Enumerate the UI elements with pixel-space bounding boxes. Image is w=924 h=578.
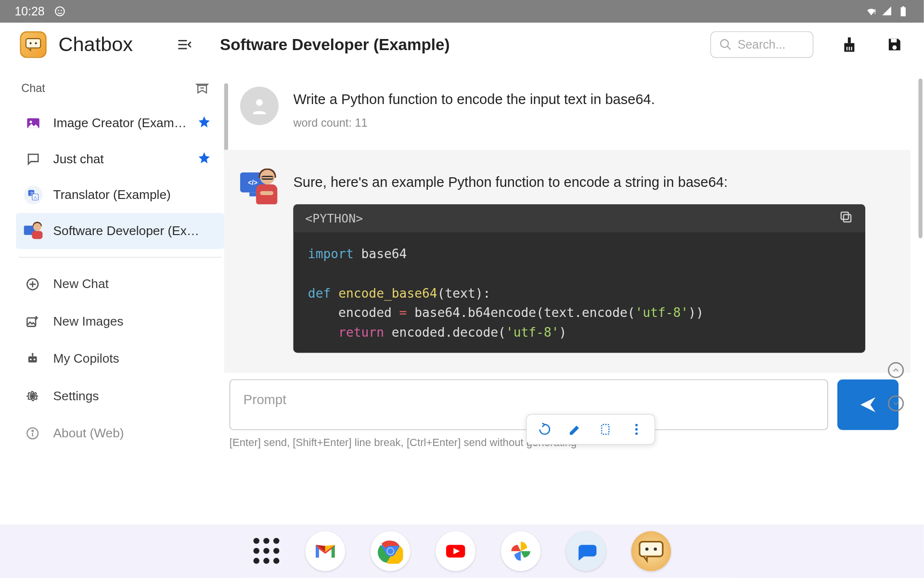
battery-icon <box>897 5 909 17</box>
svg-rect-18 <box>849 47 850 50</box>
gear-icon <box>24 389 41 403</box>
sidebar-menu-label: About (Web) <box>53 426 124 440</box>
main-scrollbar[interactable] <box>919 79 923 238</box>
sidebar-item-image-creator[interactable]: Image Creator (Exam… <box>16 105 224 141</box>
photos-app-icon[interactable] <box>500 531 540 571</box>
search-input[interactable]: Search... <box>710 31 813 58</box>
more-button[interactable] <box>621 415 652 444</box>
sidebar-about[interactable]: About (Web) <box>16 415 224 452</box>
sidebar-settings[interactable]: Settings <box>16 378 224 415</box>
sidebar-item-label: Image Creator (Exam… <box>53 116 187 130</box>
code-block: <PYTHON> import base64 def encode_base64… <box>293 204 865 353</box>
app-header: Chatbox Software Developer (Example) Sea… <box>0 23 924 66</box>
image-plus-icon <box>24 314 41 328</box>
sidebar-separator <box>19 257 222 257</box>
sidebar: Chat Image Creator (Exam… Just chat <box>0 66 224 525</box>
svg-rect-8 <box>26 39 40 48</box>
youtube-app-icon[interactable] <box>436 531 475 571</box>
svg-point-40 <box>31 394 35 398</box>
developer-icon <box>24 222 43 240</box>
svg-point-59 <box>654 548 657 551</box>
svg-rect-20 <box>891 39 897 42</box>
wifi-alert-icon <box>865 5 877 17</box>
prompt-placeholder: Prompt <box>244 392 286 407</box>
sidebar-menu-label: New Images <box>53 314 124 328</box>
star-icon[interactable] <box>197 115 211 131</box>
svg-rect-47 <box>602 424 609 434</box>
image-icon <box>24 116 43 130</box>
svg-point-10 <box>35 42 37 44</box>
sidebar-new-images[interactable]: New Images <box>16 303 224 340</box>
svg-rect-32 <box>27 318 36 327</box>
svg-rect-57 <box>639 542 662 557</box>
svg-rect-46 <box>841 212 848 219</box>
svg-point-48 <box>635 424 638 426</box>
regenerate-button[interactable] <box>529 415 560 444</box>
copy-code-button[interactable] <box>839 210 853 227</box>
copy-message-button[interactable] <box>590 415 621 444</box>
message-toolbar <box>526 414 655 445</box>
page-title: Software Developer (Example) <box>220 35 449 54</box>
svg-rect-19 <box>851 47 852 50</box>
svg-point-37 <box>34 358 36 360</box>
info-icon <box>24 426 41 440</box>
sidebar-item-translator[interactable]: 文A Translator (Example) <box>16 177 224 213</box>
search-icon <box>719 38 732 52</box>
svg-text:A: A <box>34 195 37 200</box>
svg-point-55 <box>387 548 393 554</box>
svg-point-2 <box>61 10 62 11</box>
sidebar-item-label: Software Developer (Ex… <box>53 223 211 238</box>
translator-icon: 文A <box>24 186 43 205</box>
svg-rect-35 <box>28 356 37 363</box>
app-logo <box>20 31 46 58</box>
scroll-up-button[interactable] <box>888 362 904 378</box>
sidebar-new-chat[interactable]: New Chat <box>16 265 224 302</box>
message-assistant: </> Sure, here's an example Python funct… <box>224 150 911 372</box>
search-placeholder: Search... <box>738 38 786 52</box>
code-language-label: <PYTHON> <box>305 211 363 225</box>
scroll-down-button[interactable] <box>888 395 904 411</box>
conversation-pane: Write a Python function to encode the in… <box>224 66 924 525</box>
user-message-text: Write a Python function to encode the in… <box>293 89 904 109</box>
user-avatar <box>240 87 279 125</box>
assistant-avatar: </> <box>240 170 279 209</box>
svg-line-15 <box>727 46 731 50</box>
android-dock <box>0 525 924 578</box>
scroll-nav <box>888 362 904 411</box>
svg-point-14 <box>720 39 728 47</box>
sidebar-item-label: Translator (Example) <box>53 188 211 202</box>
svg-rect-16 <box>848 38 851 43</box>
app-drawer-button[interactable] <box>253 538 280 565</box>
svg-point-21 <box>892 45 897 50</box>
sidebar-item-just-chat[interactable]: Just chat <box>16 141 224 177</box>
svg-point-36 <box>30 358 32 360</box>
chrome-app-icon[interactable] <box>370 531 410 571</box>
sidebar-my-copilots[interactable]: My Copilots <box>16 340 224 377</box>
chat-icon <box>24 152 43 166</box>
star-icon[interactable] <box>197 151 211 167</box>
sidebar-section-header: Chat <box>16 66 224 105</box>
user-message-meta: word count: 11 <box>293 117 904 130</box>
cleanup-button[interactable] <box>840 35 859 54</box>
chatbox-app-icon[interactable] <box>631 531 671 571</box>
messages-app-icon[interactable] <box>565 531 605 571</box>
svg-point-24 <box>29 121 32 123</box>
sidebar-menu-label: Settings <box>53 389 99 403</box>
svg-point-1 <box>58 10 59 11</box>
svg-rect-45 <box>844 214 851 222</box>
edit-button[interactable] <box>560 415 591 444</box>
svg-point-39 <box>32 353 34 355</box>
gmail-app-icon[interactable] <box>305 531 345 571</box>
sidebar-item-label: Just chat <box>53 152 187 166</box>
svg-point-50 <box>635 433 638 435</box>
code-content: import base64 def encode_base64(text): e… <box>293 232 865 353</box>
sidebar-collapse-button[interactable] <box>175 35 193 54</box>
app-title: Chatbox <box>59 33 133 56</box>
svg-point-44 <box>256 99 263 106</box>
svg-point-43 <box>32 430 33 432</box>
archive-icon[interactable] <box>195 81 209 96</box>
sidebar-item-software-developer[interactable]: Software Developer (Ex… <box>16 213 224 249</box>
sidebar-menu-label: My Copilots <box>53 352 119 366</box>
save-button[interactable] <box>885 35 904 54</box>
robot-icon <box>24 352 41 366</box>
